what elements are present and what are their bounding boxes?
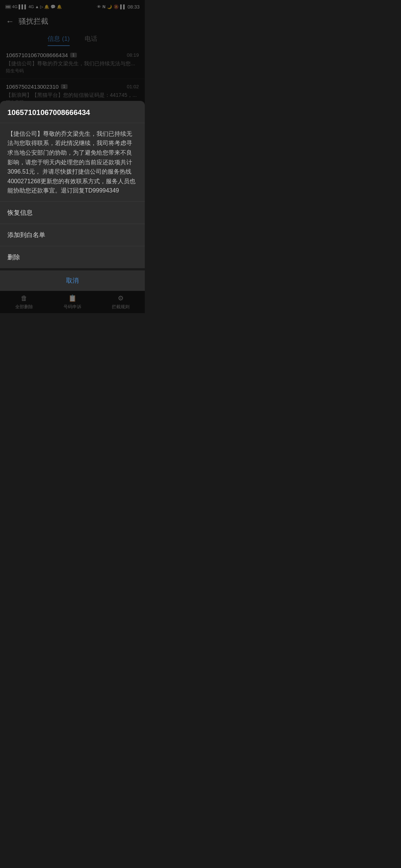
sheet-action-delete[interactable]: 删除 xyxy=(0,246,145,268)
sheet-number: 10657101067008666434 xyxy=(0,101,145,123)
sheet-action-restore[interactable]: 恢复信息 xyxy=(0,202,145,224)
bottom-sheet: 10657101067008666434 【捷信公司】尊敬的乔文梁先生，我们已持… xyxy=(0,101,145,291)
sheet-cancel-button[interactable]: 取消 xyxy=(0,268,145,291)
sheet-message-body: 【捷信公司】尊敬的乔文梁先生，我们已持续无法与您取得联系，若此情况继续，我司将考… xyxy=(0,123,145,202)
sheet-action-whitelist[interactable]: 添加到白名单 xyxy=(0,224,145,246)
